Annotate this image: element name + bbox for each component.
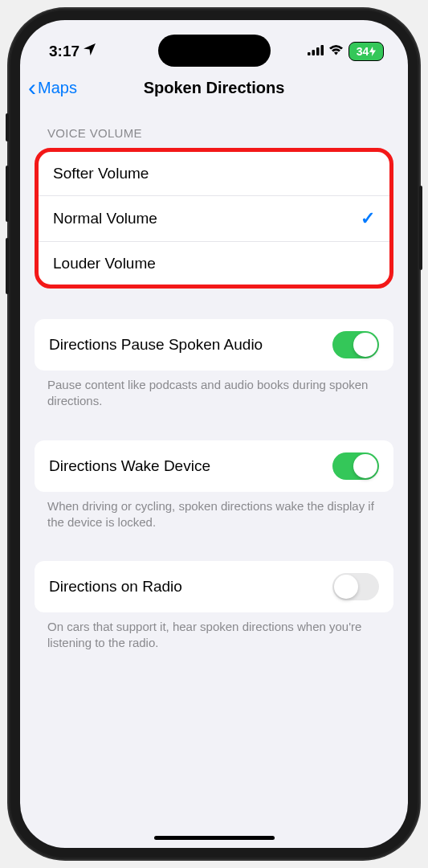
battery-indicator: 34 (349, 42, 384, 61)
chevron-left-icon: ‹ (28, 76, 36, 100)
svg-rect-2 (316, 47, 320, 55)
toggle-knob (353, 454, 377, 478)
wake-device-group: Directions Wake Device (35, 440, 393, 492)
option-label: Normal Volume (53, 210, 157, 227)
checkmark-icon: ✓ (361, 208, 375, 229)
pause-audio-group: Directions Pause Spoken Audio (35, 319, 393, 371)
pause-audio-row[interactable]: Directions Pause Spoken Audio (35, 319, 393, 371)
volume-up-button (6, 166, 9, 222)
louder-volume-option[interactable]: Louder Volume (39, 241, 389, 285)
normal-volume-option[interactable]: Normal Volume ✓ (39, 195, 389, 241)
status-left: 3:17 (49, 43, 96, 60)
svg-rect-1 (312, 50, 316, 55)
pause-audio-label: Directions Pause Spoken Audio (49, 336, 263, 354)
option-label: Softer Volume (53, 165, 149, 182)
option-label: Louder Volume (53, 255, 156, 272)
voice-volume-group: Softer Volume Normal Volume ✓ Louder Vol… (35, 148, 393, 289)
svg-rect-0 (308, 52, 311, 55)
silence-switch (6, 113, 9, 141)
phone-frame: 3:17 34 ‹ Maps (9, 9, 419, 859)
radio-group: Directions on Radio (35, 561, 393, 612)
toggle-knob (353, 333, 377, 357)
status-time: 3:17 (49, 43, 79, 60)
softer-volume-option[interactable]: Softer Volume (39, 152, 389, 195)
cellular-signal-icon (308, 43, 324, 59)
wake-device-footer: When driving or cycling, spoken directio… (35, 492, 393, 531)
radio-row[interactable]: Directions on Radio (35, 561, 393, 612)
svg-rect-3 (321, 45, 324, 55)
wifi-icon (328, 43, 344, 59)
wake-device-toggle[interactable] (332, 452, 379, 480)
home-indicator[interactable] (154, 836, 275, 840)
volume-down-button (6, 238, 9, 294)
wake-device-row[interactable]: Directions Wake Device (35, 440, 393, 492)
radio-label: Directions on Radio (49, 578, 182, 596)
radio-toggle[interactable] (332, 573, 379, 600)
content: VOICE VOLUME Softer Volume Normal Volume… (20, 112, 408, 652)
power-button (419, 186, 422, 270)
back-button[interactable]: ‹ Maps (28, 76, 77, 100)
back-label: Maps (38, 79, 77, 97)
nav-bar: ‹ Maps Spoken Directions (20, 67, 408, 112)
wake-device-label: Directions Wake Device (49, 457, 210, 475)
toggle-knob (334, 575, 358, 599)
pause-audio-toggle[interactable] (332, 331, 379, 358)
screen: 3:17 34 ‹ Maps (20, 20, 408, 848)
pause-audio-footer: Pause content like podcasts and audio bo… (35, 371, 393, 410)
battery-percent: 34 (357, 45, 369, 58)
voice-volume-header: VOICE VOLUME (35, 126, 393, 148)
status-right: 34 (308, 42, 384, 61)
dynamic-island (158, 35, 271, 67)
page-title: Spoken Directions (144, 79, 285, 97)
radio-footer: On cars that support it, hear spoken dir… (35, 612, 393, 652)
location-icon (83, 43, 96, 60)
